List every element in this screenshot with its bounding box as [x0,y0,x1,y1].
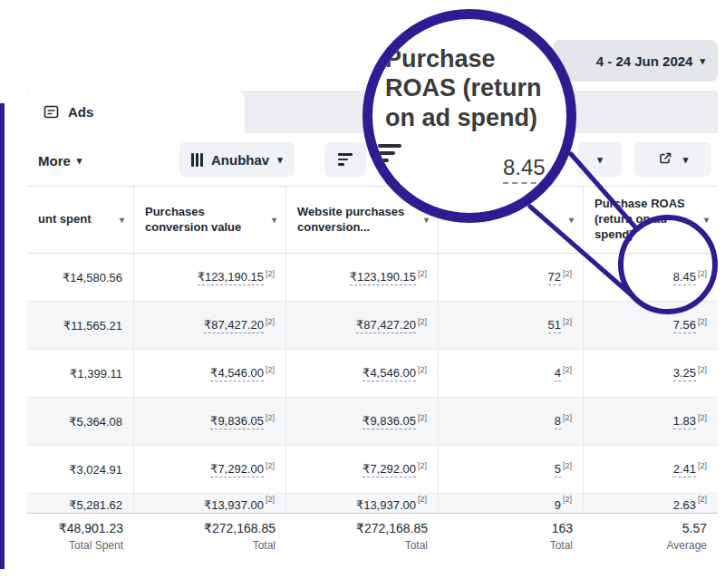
cell-purchase-roas: 8.45[2] [584,254,718,301]
sort-caret-icon: ▾ [272,216,276,225]
cell-amount-spent: ₹1,399.11 [27,350,134,397]
chevron-down-icon: ▾ [700,56,705,66]
cell-amount-spent: ₹11,565.21 [27,302,134,349]
date-range-selector[interactable]: 4 - 24 Jun 2024 ▾ [553,40,718,82]
cell-purchase-roas: 3.25[2] [584,350,718,397]
more-button[interactable]: More ▾ [38,145,82,176]
ads-manager-page: 4 - 24 Jun 2024 ▾ Ads More ▾ Anubhav ▾ ▾ [0,0,725,588]
cell-website-purchases-conversion: ₹87,427.20[2] [286,302,439,349]
sort-caret-icon: ▾ [424,216,429,225]
cell-purchases-conversion-value: ₹9,836.05[2] [134,398,286,445]
table-row: ₹5,364.08 ₹9,836.05[2] ₹9,836.05[2] 8[2]… [27,398,718,446]
columns-preset-label: Anubhav [211,152,269,168]
cell-website-purchases-conversion: ₹4,546.00[2] [286,350,439,397]
cell-purchase-roas: 1.83[2] [584,398,718,445]
columns-icon [191,153,203,167]
total-purchases-conversion-value: ₹272,168.85 Total [134,514,286,569]
total-results: 163 Total [439,514,584,569]
column-header-results[interactable]: ▾ [439,187,584,253]
cell-purchases-conversion-value: ₹13,937.00[2] [134,494,286,513]
cell-amount-spent: ₹5,364.08 [27,398,134,445]
cell-amount-spent: ₹3,024.91 [27,446,134,493]
chevron-down-icon: ▾ [77,156,82,166]
cell-amount-spent: ₹5,281.62 [27,494,134,513]
sort-caret-icon: ▾ [704,216,709,225]
cell-purchase-roas: 2.41[2] [584,446,718,493]
total-website-purchases-conversion: ₹272,168.85 Total [286,514,439,569]
cell-results: 4[2] [439,350,584,397]
table-body: ₹14,580.56 ₹123,190.15[2] ₹123,190.15[2]… [27,254,718,513]
cell-amount-spent: ₹14,580.56 [27,254,134,301]
cell-website-purchases-conversion: ₹9,836.05[2] [286,398,439,445]
cell-results: 5[2] [439,446,584,493]
cell-results: 51[2] [439,302,584,349]
cell-results: 8[2] [439,398,584,445]
cell-purchases-conversion-value: ₹4,546.00[2] [134,350,286,397]
column-header-purchases-conversion-value[interactable]: Purchases conversion value ▾ [134,187,286,253]
table-row: ₹3,024.91 ₹7,292.00[2] ₹7,292.00[2] 5[2]… [27,446,718,494]
cell-results: 72[2] [439,254,584,301]
date-range-label: 4 - 24 Jun 2024 [596,53,693,69]
table-row: ₹1,399.11 ₹4,546.00[2] ₹4,546.00[2] 4[2]… [27,350,718,398]
chevron-down-icon: ▾ [597,155,603,165]
cell-website-purchases-conversion: ₹7,292.00[2] [286,446,439,493]
export-button[interactable]: ▾ [634,142,711,177]
export-icon [658,151,672,169]
cell-purchase-roas: 7.56[2] [584,302,718,349]
more-button-label: More [38,153,71,169]
sort-caret-icon: ▾ [120,216,124,225]
breakdown-button[interactable] [324,142,366,177]
chevron-down-icon: ▾ [683,155,689,165]
left-accent-bar [0,103,5,569]
columns-preset-button[interactable]: Anubhav ▾ [179,142,295,177]
tab-ads[interactable]: Ads [27,91,245,133]
sort-caret-icon: ▾ [569,216,574,225]
total-purchase-roas: 5.57 Average [584,514,718,569]
column-header-amount-spent[interactable]: unt spent ▾ [27,187,134,253]
ads-icon [44,104,59,120]
cell-purchase-roas: 2.63[2] [584,494,718,513]
toolbar: More ▾ Anubhav ▾ ▾ ▾ [27,133,718,186]
reports-dropdown-button[interactable]: ▾ [578,142,622,177]
table-row: ₹5,281.62 ₹13,937.00[2] ₹13,937.00[2] 9[… [27,494,718,513]
table-header: unt spent ▾ Purchases conversion value ▾… [27,186,718,254]
table-row: ₹11,565.21 ₹87,427.20[2] ₹87,427.20[2] 5… [27,302,718,350]
chevron-down-icon: ▾ [277,155,283,165]
cell-purchases-conversion-value: ₹87,427.20[2] [134,302,286,349]
column-header-website-purchases-conversion[interactable]: Website purchases conversion... ▾ [286,187,439,253]
table-totals-row: ₹48,901.23 Total Spent ₹272,168.85 Total… [27,513,718,569]
filter-icon [338,153,353,166]
total-amount-spent: ₹48,901.23 Total Spent [27,514,134,569]
cell-website-purchases-conversion: ₹13,937.00[2] [286,494,439,513]
cell-purchases-conversion-value: ₹7,292.00[2] [134,446,286,493]
table-row: ₹14,580.56 ₹123,190.15[2] ₹123,190.15[2]… [27,254,718,302]
tab-ads-label: Ads [68,104,93,120]
cell-results: 9[2] [439,494,584,513]
cell-website-purchases-conversion: ₹123,190.15[2] [286,254,439,301]
cell-purchases-conversion-value: ₹123,190.15[2] [134,254,286,301]
column-header-purchase-roas[interactable]: Purchase ROAS (return on ad spend) ▾ [584,187,718,253]
